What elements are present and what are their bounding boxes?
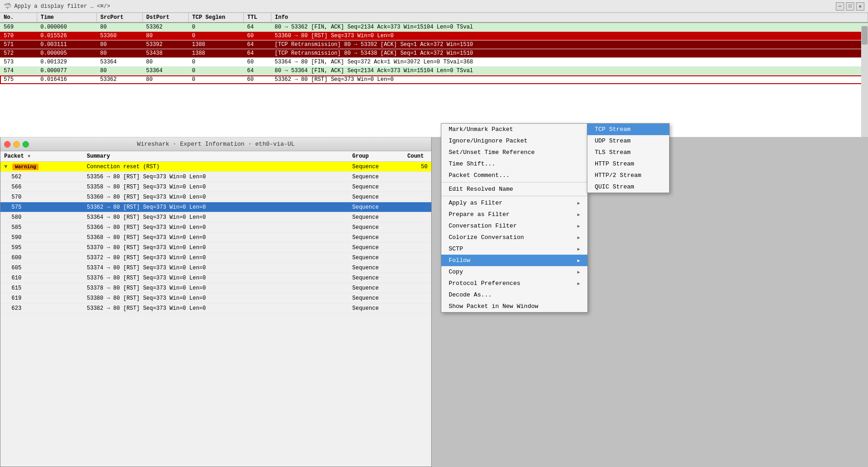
- list-item[interactable]: 56653358 → 80 [RST] Seq=373 Win=0 Len=0S…: [0, 182, 431, 192]
- table-cell: 80: [96, 49, 142, 58]
- zoom-button[interactable]: [23, 141, 29, 148]
- context-menu-item[interactable]: Protocol Preferences▶: [441, 278, 587, 289]
- col-header-ttl[interactable]: TTL: [243, 13, 271, 23]
- col-header-info[interactable]: Info: [271, 13, 868, 23]
- table-cell: 80: [96, 23, 142, 32]
- context-menu-item-label: Protocol Preferences: [449, 280, 520, 287]
- expert-info-panel: Wireshark · Expert Information · eth0-vi…: [0, 137, 432, 467]
- context-menu-item[interactable]: Conversation Filter▶: [441, 220, 587, 232]
- list-item[interactable]: 60553374 → 80 [RST] Seq=373 Win=0 Len=0S…: [0, 263, 431, 273]
- table-cell: 0.016416: [37, 75, 96, 84]
- packet-table-scrollbar[interactable]: [861, 26, 868, 137]
- context-menu-item[interactable]: Packet Comment...: [441, 170, 587, 181]
- expert-titlebar: Wireshark · Expert Information · eth0-vi…: [0, 137, 431, 151]
- submenu-item[interactable]: HTTP Stream: [587, 158, 669, 170]
- list-item[interactable]: 61553378 → 80 [RST] Seq=373 Win=0 Len=0S…: [0, 283, 431, 293]
- table-row[interactable]: 5750.016416533628006053362 → 80 [RST] Se…: [0, 75, 868, 84]
- table-row[interactable]: 5710.0031118053392138864[TCP Retransmiss…: [0, 40, 868, 49]
- maximize-button[interactable]: □: [846, 2, 854, 11]
- col-header-srcport[interactable]: SrcPort: [96, 13, 142, 23]
- expert-packet-cell: ▼ Warning: [0, 163, 83, 171]
- list-item[interactable]: 62353382 → 80 [RST] Seq=373 Win=0 Len=0S…: [0, 303, 431, 313]
- context-menu-item[interactable]: Show Packet in New Window: [441, 301, 587, 312]
- context-menu-item[interactable]: Prepare as Filter▶: [441, 209, 587, 220]
- expert-col-group[interactable]: Group: [349, 153, 404, 159]
- context-menu-item-label: Edit Resolved Name: [449, 186, 513, 193]
- table-cell: 53364 → 80 [FIN, ACK] Seq=372 Ack=1 Win=…: [271, 58, 868, 67]
- packet-table-area: No. Time SrcPort DstPort TCP Seglen TTL …: [0, 13, 868, 137]
- col-header-tcpseglen[interactable]: TCP Seglen: [188, 13, 243, 23]
- table-cell: 53362: [96, 75, 142, 84]
- context-menu-item[interactable]: Set/Unset Time Reference: [441, 147, 587, 158]
- table-row[interactable]: 5720.0000058053438138864[TCP Retransmiss…: [0, 49, 868, 58]
- context-menu-item[interactable]: Edit Resolved Name: [441, 183, 587, 195]
- minimize-button[interactable]: —: [836, 2, 844, 11]
- context-menu-item-label: Mark/Unmark Packet: [449, 126, 513, 133]
- list-item[interactable]: 56253356 → 80 [RST] Seq=373 Win=0 Len=0S…: [0, 172, 431, 182]
- context-menu-item[interactable]: Copy▶: [441, 266, 587, 278]
- expert-group-cell: Sequence: [349, 264, 404, 272]
- table-cell: 0: [188, 32, 243, 40]
- list-item[interactable]: 58553366 → 80 [RST] Seq=373 Win=0 Len=0S…: [0, 222, 431, 233]
- submenu-arrow-icon: ▶: [577, 235, 580, 240]
- list-item[interactable]: ▼ WarningConnection reset (RST)Sequence5…: [0, 162, 431, 172]
- expert-count-cell: [404, 237, 431, 239]
- list-item[interactable]: 57053360 → 80 [RST] Seq=373 Win=0 Len=0S…: [0, 192, 431, 202]
- expert-summary-cell: 53362 → 80 [RST] Seq=373 Win=0 Len=0: [83, 203, 349, 211]
- list-item[interactable]: 58053364 → 80 [RST] Seq=373 Win=0 Len=0S…: [0, 212, 431, 222]
- context-menu-item[interactable]: Mark/Unmark Packet: [441, 124, 587, 135]
- scrollbar-thumb[interactable]: [862, 26, 868, 45]
- table-row[interactable]: 5740.000077805336406480 → 53364 [FIN, AC…: [0, 67, 868, 75]
- context-menu-item[interactable]: Colorize Conversation▶: [441, 232, 587, 243]
- close-button[interactable]: [4, 141, 11, 148]
- expert-group-cell: Sequence: [349, 163, 404, 171]
- expert-group-cell: Sequence: [349, 193, 404, 201]
- context-menu-item[interactable]: Follow▶: [441, 255, 587, 266]
- context-menu-item-label: Decode As...: [449, 291, 492, 298]
- context-menu-item[interactable]: Time Shift...: [441, 158, 587, 170]
- close-window-button[interactable]: ✕: [856, 2, 864, 11]
- col-header-dstport[interactable]: DstPort: [142, 13, 188, 23]
- col-header-time[interactable]: Time: [37, 13, 96, 23]
- expert-count-cell: [404, 297, 431, 299]
- list-item[interactable]: 61953380 → 80 [RST] Seq=373 Win=0 Len=0S…: [0, 293, 431, 303]
- list-item[interactable]: 59053368 → 80 [RST] Seq=373 Win=0 Len=0S…: [0, 233, 431, 243]
- submenu-arrow-icon: ▶: [577, 212, 580, 217]
- submenu-item[interactable]: TCP Stream: [587, 124, 669, 135]
- submenu-item[interactable]: UDP Stream: [587, 135, 669, 147]
- table-cell: 53360 → 80 [RST] Seq=373 Win=0 Len=0: [271, 32, 868, 40]
- table-row[interactable]: 5700.015526533608006053360 → 80 [RST] Se…: [0, 32, 868, 40]
- table-cell: 80: [96, 40, 142, 49]
- expert-packet-cell: 600: [0, 254, 83, 262]
- context-menu-item[interactable]: Ignore/Unignore Packet: [441, 135, 587, 147]
- table-cell: 80: [142, 58, 188, 67]
- table-cell: 64: [243, 49, 271, 58]
- expert-packet-cell: 566: [0, 183, 83, 191]
- expert-col-count[interactable]: Count: [404, 153, 431, 159]
- expert-packet-cell: 595: [0, 244, 83, 252]
- context-menu-item[interactable]: Decode As...: [441, 289, 587, 301]
- list-item[interactable]: 60053372 → 80 [RST] Seq=373 Win=0 Len=0S…: [0, 253, 431, 263]
- expert-col-packet[interactable]: Packet ▼: [0, 153, 83, 159]
- submenu-item[interactable]: QUIC Stream: [587, 181, 669, 193]
- context-menu-item[interactable]: SCTP▶: [441, 243, 587, 255]
- table-row[interactable]: 5730.001329533648006053364 → 80 [FIN, AC…: [0, 58, 868, 67]
- table-row[interactable]: 5690.000060805336206480 → 53362 [FIN, AC…: [0, 23, 868, 32]
- col-header-no[interactable]: No.: [0, 13, 37, 23]
- expert-col-summary[interactable]: Summary: [83, 153, 349, 159]
- table-cell: 64: [243, 40, 271, 49]
- context-menu-item[interactable]: Apply as Filter▶: [441, 197, 587, 209]
- expert-summary-cell: 53366 → 80 [RST] Seq=373 Win=0 Len=0: [83, 223, 349, 232]
- app-icon: 🦈: [4, 2, 11, 10]
- expert-count-cell: [404, 287, 431, 289]
- table-cell: 60: [243, 75, 271, 84]
- table-cell: 64: [243, 23, 271, 32]
- submenu-item[interactable]: TLS Stream: [587, 147, 669, 158]
- list-item[interactable]: 61053376 → 80 [RST] Seq=373 Win=0 Len=0S…: [0, 273, 431, 283]
- expert-packet-cell: 619: [0, 294, 83, 302]
- list-item[interactable]: 57553362 → 80 [RST] Seq=373 Win=0 Len=0S…: [0, 202, 431, 212]
- list-item[interactable]: 59553370 → 80 [RST] Seq=373 Win=0 Len=0S…: [0, 243, 431, 253]
- minimize-button[interactable]: [13, 141, 20, 148]
- submenu-item[interactable]: HTTP/2 Stream: [587, 170, 669, 181]
- table-cell: 80: [96, 67, 142, 75]
